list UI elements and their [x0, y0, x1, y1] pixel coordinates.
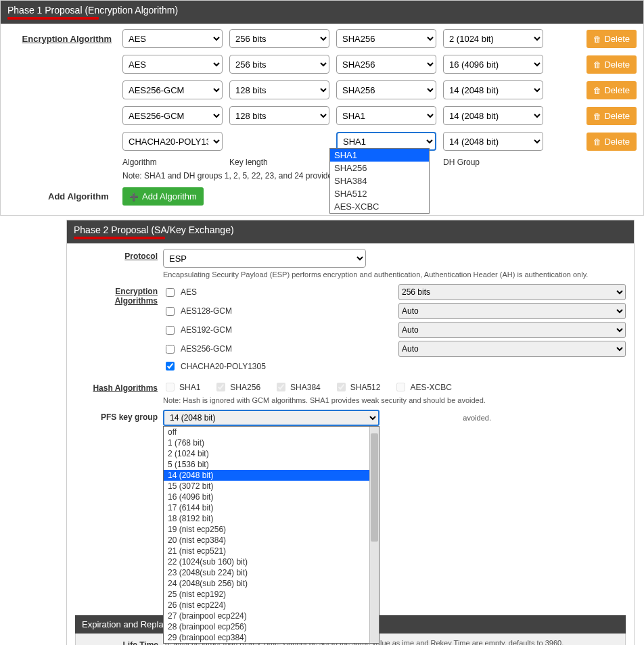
- enc-algo-keylen-select[interactable]: Auto: [398, 303, 626, 319]
- phase1-algo-select[interactable]: AES256-GCM: [122, 106, 223, 125]
- phase1-header: Phase 1 Proposal (Encryption Algorithm): [1, 1, 643, 24]
- phase1-hash-select[interactable]: SHA1: [336, 106, 436, 125]
- phase1-keylen-select[interactable]: 256 bits: [229, 55, 329, 74]
- scrollbar-track[interactable]: [369, 427, 379, 643]
- enc-algo-name: CHACHA20-POLY1305: [181, 362, 266, 371]
- pfs-option[interactable]: 19 (nist ecp256): [164, 524, 369, 535]
- phase1-dh-select[interactable]: 14 (2048 bit): [443, 80, 543, 99]
- phase2-panel: Phase 2 Proposal (SA/Key Exchange) Proto…: [66, 220, 635, 645]
- pfs-option[interactable]: 5 (1536 bit): [164, 459, 369, 470]
- protocol-content: ESP Encapsulating Security Payload (ESP)…: [163, 249, 626, 279]
- annotation-underline-2: [74, 237, 165, 239]
- pfs-option[interactable]: 24 (2048(sub 256) bit): [164, 578, 369, 589]
- phase1-algo-row: AES256-GCM128 bitsSHA114 (2048 bit)Delet…: [7, 106, 637, 125]
- enc-algo-checkbox[interactable]: [166, 362, 175, 371]
- phase1-hash-select[interactable]: SHA256: [336, 80, 436, 99]
- hash-option[interactable]: SHA1: [330, 149, 429, 162]
- pfs-option[interactable]: 20 (nist ecp384): [164, 535, 369, 546]
- encryption-algorithm-label: Encryption Algorithm: [7, 34, 116, 44]
- scrollbar-thumb[interactable]: [371, 433, 378, 542]
- hash-algo-checkbox: [166, 383, 175, 391]
- phase1-algo-select[interactable]: AES: [122, 29, 223, 48]
- pfs-option[interactable]: 14 (2048 bit): [164, 470, 369, 481]
- pfs-option[interactable]: off: [164, 427, 369, 437]
- phase1-dh-select[interactable]: 16 (4096 bit): [443, 55, 543, 74]
- phase1-algo-select[interactable]: CHACHA20-POLY13: [122, 132, 223, 151]
- pfs-option[interactable]: 18 (8192 bit): [164, 513, 369, 524]
- enc-algo-keylen-select[interactable]: Auto: [398, 341, 626, 357]
- hash-option[interactable]: SHA384: [330, 174, 429, 187]
- hash-algos-content: SHA1SHA256SHA384SHA512AES-XCBC Note: Has…: [163, 381, 626, 404]
- phase1-dh-select[interactable]: 14 (2048 bit): [443, 132, 543, 151]
- phase1-dh-select[interactable]: 14 (2048 bit): [443, 106, 543, 125]
- pfs-option[interactable]: 15 (3072 bit): [164, 481, 369, 492]
- phase1-algo-row: CHACHA20-POLY13SHA114 (2048 bit)Delete: [7, 132, 637, 151]
- phase1-keylen-select[interactable]: 256 bits: [229, 29, 329, 48]
- pfs-option[interactable]: 17 (6144 bit): [164, 502, 369, 513]
- pfs-select[interactable]: 14 (2048 bit): [163, 410, 380, 426]
- delete-button[interactable]: Delete: [586, 107, 637, 125]
- pfs-option[interactable]: 26 (nist ecp224): [164, 600, 369, 611]
- pfs-option[interactable]: 22 (1024(sub 160) bit): [164, 556, 369, 567]
- delete-button[interactable]: Delete: [586, 133, 637, 151]
- pfs-option[interactable]: 16 (4096 bit): [164, 492, 369, 502]
- add-algorithm-button-label: Add Algorithm: [142, 191, 197, 201]
- phase1-algo-select[interactable]: AES: [122, 55, 223, 74]
- hash-algo-name: SHA512: [350, 383, 381, 392]
- phase1-hash-select[interactable]: SHA256: [336, 29, 436, 48]
- pfs-option[interactable]: 25 (nist ecp192): [164, 589, 369, 600]
- trash-icon: [593, 59, 601, 70]
- hash-option[interactable]: SHA512: [330, 187, 429, 200]
- enc-algo-row: AES192-GCMAuto: [163, 322, 626, 338]
- pfs-option[interactable]: 27 (brainpool ecp224): [164, 611, 369, 621]
- enc-algo-name: AES192-GCM: [181, 325, 232, 335]
- enc-algo-row: AES256-GCMAuto: [163, 341, 626, 357]
- pfs-row: PFS key group 14 (2048 bit) avoided. off…: [75, 410, 626, 426]
- enc-algo-checkbox-wrap: AES128-GCM: [163, 305, 393, 318]
- enc-algo-name: AES256-GCM: [181, 344, 232, 354]
- phase1-keylen-select[interactable]: 128 bits: [229, 80, 329, 99]
- trash-icon: [593, 137, 601, 147]
- pfs-option[interactable]: 23 (2048(sub 224) bit): [164, 567, 369, 578]
- enc-algo-checkbox[interactable]: [166, 288, 175, 297]
- hash-algo-item: AES-XCBC: [394, 381, 451, 393]
- phase1-body: Encryption AlgorithmAES256 bitsSHA2562 (…: [1, 24, 643, 215]
- delete-button[interactable]: Delete: [586, 30, 637, 48]
- phase1-dh-select[interactable]: 2 (1024 bit): [443, 29, 543, 48]
- pfs-option[interactable]: 2 (1024 bit): [164, 448, 369, 459]
- trash-icon: [593, 85, 601, 95]
- enc-algo-keylen-select[interactable]: 256 bits: [398, 284, 626, 300]
- pfs-option[interactable]: 28 (brainpool ecp256): [164, 621, 369, 632]
- phase2-body: Protocol ESP Encapsulating Security Payl…: [67, 243, 634, 645]
- delete-button[interactable]: Delete: [586, 55, 637, 74]
- phase1-title: Phase 1 Proposal (Encryption Algorithm): [7, 5, 178, 16]
- pfs-label: PFS key group: [75, 410, 163, 422]
- delete-label: Delete: [604, 111, 630, 121]
- hash-algo-name: SHA384: [290, 383, 321, 392]
- enc-algo-checkbox[interactable]: [166, 326, 175, 335]
- trash-icon: [593, 111, 601, 121]
- annotation-underline: [7, 17, 99, 20]
- delete-label: Delete: [604, 85, 630, 95]
- hash-option[interactable]: SHA256: [330, 162, 429, 174]
- delete-button[interactable]: Delete: [586, 81, 637, 99]
- phase1-algo-select[interactable]: AES256-GCM: [122, 80, 223, 99]
- protocol-select[interactable]: ESP: [163, 249, 366, 268]
- pfs-dropdown[interactable]: off1 (768 bit)2 (1024 bit)5 (1536 bit)14…: [163, 426, 380, 644]
- delete-label: Delete: [604, 59, 630, 70]
- hash-option[interactable]: AES-XCBC: [330, 200, 429, 213]
- protocol-row: Protocol ESP Encapsulating Security Payl…: [75, 249, 626, 279]
- add-algorithm-button[interactable]: Add Algorithm: [122, 187, 204, 206]
- enc-algo-checkbox[interactable]: [166, 307, 175, 316]
- enc-algos-content: AES256 bitsAES128-GCMAutoAES192-GCMAutoA…: [163, 284, 626, 375]
- enc-algo-keylen-select[interactable]: Auto: [398, 322, 626, 338]
- enc-algo-checkbox[interactable]: [166, 345, 175, 354]
- phase1-keylen-select[interactable]: 128 bits: [229, 106, 329, 125]
- hash-algo-checkbox: [396, 383, 405, 391]
- pfs-option[interactable]: 21 (nist ecp521): [164, 546, 369, 556]
- pfs-option[interactable]: 1 (768 bit): [164, 437, 369, 448]
- hash-algos-row: Hash Algorithms SHA1SHA256SHA384SHA512AE…: [75, 381, 626, 404]
- phase1-hash-dropdown[interactable]: SHA1SHA256SHA384SHA512AES-XCBC: [329, 148, 430, 214]
- phase1-hash-select[interactable]: SHA256: [336, 55, 436, 74]
- pfs-option[interactable]: 29 (brainpool ecp384): [164, 632, 369, 643]
